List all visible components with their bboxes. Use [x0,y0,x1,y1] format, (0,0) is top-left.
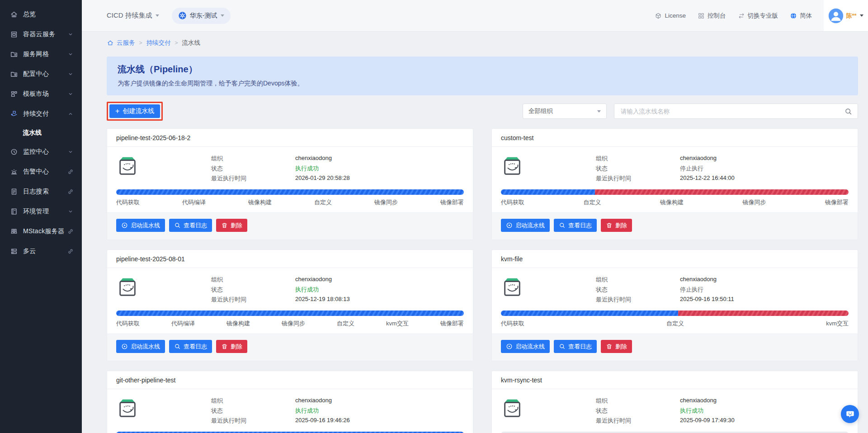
sidebar-item-monitor-center[interactable]: 监控中心 [0,142,82,162]
link-icon [67,228,74,235]
chevron-down-icon [67,31,74,38]
pipeline-info: 组织 chenxiaodong 状态 执行成功 最近执行时间 2025-09-1… [211,397,464,425]
sidebar-item-template-market[interactable]: 模板市场 [0,84,82,104]
view-logs-button[interactable]: 查看日志 [169,340,212,353]
start-pipeline-button[interactable]: 启动流水线 [116,340,165,353]
chat-support-button[interactable] [841,405,859,423]
delete-button[interactable]: 删除 [601,340,632,353]
pipeline-container-icon [116,397,139,419]
pipeline-name: kvm-file [501,255,523,263]
env-management-icon [10,207,18,216]
delete-button[interactable]: 删除 [601,219,632,232]
container-cloud-icon [10,30,18,38]
org-filter-select[interactable]: 全部组织 [523,104,607,119]
stage-label: 自定义 [337,320,354,328]
play-icon [506,343,513,350]
stage-label: 代码获取 [116,198,140,207]
annotation-highlight-box: + 创建流水线 [107,102,163,121]
last-run-value: 2025-09-09 17:49:30 [680,417,849,425]
stage-label: 镜像部署 [440,198,464,207]
pipeline-progress-bar [116,189,464,195]
chevron-down-icon [67,51,74,57]
pipeline-stages: 代码获取代码编译镜像构建自定义镜像同步镜像部署 [116,198,464,207]
user-name: 陈** [846,12,856,20]
breadcrumb-cloud-service[interactable]: 云服务 [117,39,135,47]
delete-button[interactable]: 删除 [216,219,247,232]
main-area: CICD 持续集成 华东-测试 License 控制台 切换专业版 [82,0,868,433]
view-logs-button[interactable]: 查看日志 [554,340,597,353]
breadcrumb-separator: > [175,40,178,46]
stage-label: 镜像构建 [660,198,684,207]
chevron-down-icon [67,208,74,215]
sidebar-item-multi-cloud[interactable]: 多云 [0,241,82,261]
sidebar-menu: 总览容器云服务服务网格配置中心模板市场持续交付流水线监控中心告警中心日志搜索环境… [0,5,82,261]
sidebar-item-overview[interactable]: 总览 [0,5,82,24]
sidebar-item-log-search[interactable]: 日志搜索 [0,182,82,202]
breadcrumb-continuous-delivery[interactable]: 持续交付 [146,39,171,47]
breadcrumb-separator: > [139,40,142,46]
status-value: 停止执行 [680,286,849,294]
switch-pro-link[interactable]: 切换专业版 [738,12,778,20]
search-input[interactable] [620,108,844,115]
multi-cloud-icon [10,247,18,255]
last-run-value: 2025-12-22 16:44:00 [680,174,849,183]
cluster-selector[interactable]: 华东-测试 [172,8,231,24]
status-value: 执行成功 [680,407,849,415]
delete-button[interactable]: 删除 [216,340,247,353]
sidebar-item-container-cloud[interactable]: 容器云服务 [0,24,82,44]
org-value: chenxiaodong [295,155,464,163]
sidebar-item-alarm-center[interactable]: 告警中心 [0,162,82,182]
play-icon [506,222,513,229]
stage-label: 自定义 [584,198,601,207]
progress-success-segment [501,311,678,316]
sidebar-item-service-mesh[interactable]: 服务网格 [0,44,82,64]
stage-label: 镜像同步 [743,198,766,207]
home-icon[interactable] [107,39,114,47]
sidebar-item-env-management[interactable]: 环境管理 [0,202,82,221]
pipeline-info: 组织 chenxiaodong 状态 执行成功 最近执行时间 2026-01-2… [211,155,464,183]
view-logs-button[interactable]: 查看日志 [554,219,597,232]
sidebar-item-mstack-server[interactable]: MStack服务器 [0,221,82,241]
user-menu[interactable]: 陈** [824,0,868,31]
start-pipeline-button[interactable]: 启动流水线 [116,219,165,232]
status-value: 执行成功 [295,407,464,415]
sidebar: 总览容器云服务服务网格配置中心模板市场持续交付流水线监控中心告警中心日志搜索环境… [0,0,82,433]
last-run-label: 最近执行时间 [596,417,680,425]
sidebar-subitem-pipeline[interactable]: 流水线 [0,124,82,142]
language-toggle[interactable]: 简体 [790,12,812,20]
chevron-down-icon [156,14,159,19]
magnifier-icon [174,343,181,350]
console-link[interactable]: 控制台 [698,12,726,20]
plus-icon: + [115,108,119,115]
content-area: 云服务 > 持续交付 > 流水线 流水线（Pipeline） 为客户提供镜像的全… [82,32,868,433]
org-label: 组织 [596,397,680,405]
config-center-icon [10,70,18,78]
cube-icon [655,12,662,19]
stage-label: 代码获取 [501,320,524,328]
magnifier-icon [174,222,181,229]
start-pipeline-button[interactable]: 启动流水线 [501,340,550,353]
product-switcher[interactable]: CICD 持续集成 [107,11,159,20]
org-value: chenxiaodong [680,276,849,284]
grid-icon [698,12,705,19]
pipeline-search [614,104,858,119]
pipeline-container-icon [501,155,524,177]
progress-failed-segment [678,311,849,316]
chevron-down-icon [860,14,863,19]
globe-icon [790,12,797,19]
status-label: 状态 [211,407,295,415]
cluster-label: 华东-测试 [190,12,217,20]
view-logs-button[interactable]: 查看日志 [169,219,212,232]
last-run-value: 2025-09-16 19:50:11 [680,296,849,304]
filters: 全部组织 [523,104,858,119]
start-pipeline-button[interactable]: 启动流水线 [501,219,550,232]
stage-label: 自定义 [314,198,332,207]
sidebar-item-config-center[interactable]: 配置中心 [0,64,82,84]
org-filter-value: 全部组织 [528,107,553,115]
sidebar-item-continuous-delivery[interactable]: 持续交付 [0,104,82,124]
search-icon[interactable] [844,108,852,115]
license-link[interactable]: License [655,12,686,19]
create-pipeline-button[interactable]: + 创建流水线 [109,104,160,118]
stage-label: 代码编译 [182,198,206,207]
page-banner: 流水线（Pipeline） 为客户提供镜像的全生命周期管理，给予客户完美的Dev… [107,56,858,95]
